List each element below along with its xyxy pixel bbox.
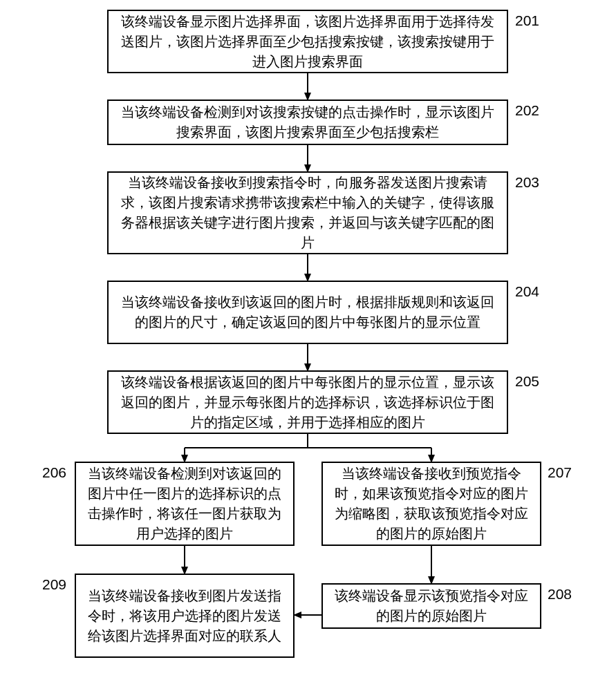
step-203: 当该终端设备接收到搜索指令时，向服务器发送图片搜索请求，该图片搜索请求携带该搜索… [107, 171, 508, 254]
step-204: 当该终端设备接收到该返回的图片时，根据排版规则和该返回的图片的尺寸，确定该返回的… [107, 281, 508, 344]
step-206-label: 206 [42, 464, 66, 481]
step-209-text: 当该终端设备接收到图片发送指令时，将该用户选择的图片发送给该图片选择界面对应的联… [86, 586, 283, 646]
step-203-label: 203 [515, 174, 539, 191]
step-203-text: 当该终端设备接收到搜索指令时，向服务器发送图片搜索请求，该图片搜索请求携带该搜索… [118, 173, 497, 253]
step-201-label: 201 [515, 12, 539, 29]
step-207-label: 207 [548, 464, 572, 481]
step-204-text: 当该终端设备接收到该返回的图片时，根据排版规则和该返回的图片的尺寸，确定该返回的… [118, 292, 497, 332]
step-201: 该终端设备显示图片选择界面，该图片选择界面用于选择待发送图片，该图片选择界面至少… [107, 10, 508, 73]
step-209: 当该终端设备接收到图片发送指令时，将该用户选择的图片发送给该图片选择界面对应的联… [75, 574, 295, 658]
flowchart-canvas: 该终端设备显示图片选择界面，该图片选择界面用于选择待发送图片，该图片选择界面至少… [0, 0, 616, 691]
step-208-text: 该终端设备显示该预览指令对应的图片的原始图片 [333, 586, 530, 626]
step-205: 该终端设备根据该返回的图片中每张图片的显示位置，显示该返回的图片，并显示每张图片… [107, 370, 508, 434]
step-206-text: 当该终端设备检测到对该返回的图片中任一图片的选择标识的点击操作时，将该任一图片获… [86, 464, 283, 544]
step-207: 当该终端设备接收到预览指令时，如果该预览指令对应的图片为缩略图，获取该预览指令对… [321, 462, 541, 546]
step-205-label: 205 [515, 373, 539, 390]
step-207-text: 当该终端设备接收到预览指令时，如果该预览指令对应的图片为缩略图，获取该预览指令对… [333, 464, 530, 544]
step-202-text: 当该终端设备检测到对该搜索按键的点击操作时，显示该图片搜索界面，该图片搜索界面至… [118, 102, 497, 142]
step-208-label: 208 [548, 586, 572, 603]
step-206: 当该终端设备检测到对该返回的图片中任一图片的选择标识的点击操作时，将该任一图片获… [75, 462, 295, 546]
step-201-text: 该终端设备显示图片选择界面，该图片选择界面用于选择待发送图片，该图片选择界面至少… [118, 12, 497, 72]
step-205-text: 该终端设备根据该返回的图片中每张图片的显示位置，显示该返回的图片，并显示每张图片… [118, 372, 497, 433]
step-208: 该终端设备显示该预览指令对应的图片的原始图片 [321, 583, 541, 629]
step-202: 当该终端设备检测到对该搜索按键的点击操作时，显示该图片搜索界面，该图片搜索界面至… [107, 100, 508, 145]
step-204-label: 204 [515, 283, 539, 300]
step-209-label: 209 [42, 576, 66, 593]
step-202-label: 202 [515, 102, 539, 119]
